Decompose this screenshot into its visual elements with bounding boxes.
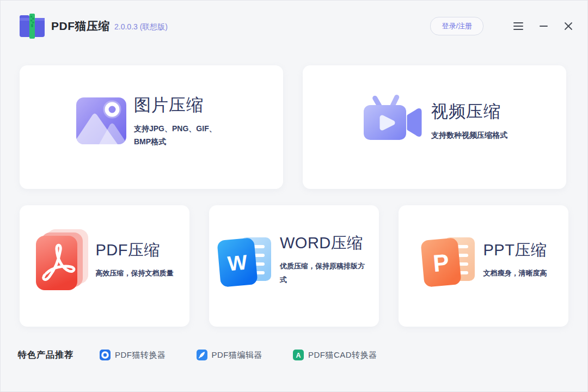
card-image-compress[interactable]: 图片压缩 支持JPG、PNG、GIF、BMP格式 (20, 65, 283, 189)
card-subtitle: 文档瘦身，清晰度高 (483, 266, 547, 280)
link-pdf-cad-converter[interactable]: A PDF猫CAD转换器 (293, 350, 377, 360)
app-title: PDF猫压缩 (51, 19, 110, 34)
cad-converter-icon: A (293, 350, 304, 360)
header: PDF猫压缩 2.0.0.3 (联想版) 登录/注册 (0, 0, 588, 52)
card-title: 视频压缩 (431, 100, 507, 123)
card-pdf-compress[interactable]: PDF压缩 高效压缩，保持文档质量 (20, 205, 189, 327)
link-pdf-editor[interactable]: PDF猫编辑器 (197, 350, 263, 360)
link-pdf-converter[interactable]: PDF猫转换器 (100, 350, 166, 360)
bottom-card-row: PDF压缩 高效压缩，保持文档质量 (20, 205, 568, 327)
card-subtitle: 优质压缩，保持原稿排版方式 (280, 259, 371, 286)
app-brand: PDF猫压缩 2.0.0.3 (联想版) (19, 14, 168, 39)
card-subtitle: 支持JPG、PNG、GIF、BMP格式 (134, 122, 226, 148)
word-compress-icon: W (217, 231, 273, 289)
footer-featured-products: 特色产品推荐 PDF猫转换器 PDF猫编辑器 (18, 346, 568, 364)
image-compress-icon (76, 97, 126, 144)
video-compress-icon (362, 93, 424, 149)
featured-products-label: 特色产品推荐 (18, 350, 74, 361)
card-title: 图片压缩 (134, 94, 226, 117)
word-letter: W (226, 250, 248, 275)
card-video-compress[interactable]: 视频压缩 支持数种视频压缩格式 (303, 65, 566, 189)
link-label: PDF猫CAD转换器 (308, 350, 377, 360)
close-icon[interactable] (563, 21, 574, 32)
pdf-converter-icon (100, 350, 111, 360)
top-card-row: 图片压缩 支持JPG、PNG、GIF、BMP格式 (20, 65, 566, 189)
ppt-letter: P (432, 248, 450, 276)
card-word-compress[interactable]: W WORD压缩 优质压缩，保持原稿排版方式 (209, 205, 379, 327)
header-right: 登录/注册 (430, 17, 574, 35)
card-text: WORD压缩 优质压缩，保持原稿排版方式 (280, 232, 371, 286)
link-label: PDF猫编辑器 (212, 350, 263, 360)
app-logo-zipped-folder-icon (19, 14, 46, 39)
login-register-button[interactable]: 登录/注册 (430, 17, 483, 35)
card-text: 图片压缩 支持JPG、PNG、GIF、BMP格式 (134, 94, 226, 148)
card-title: PDF压缩 (96, 240, 174, 261)
pdf-compress-icon (36, 229, 89, 290)
app-version: 2.0.0.3 (联想版) (114, 22, 168, 32)
footer-links: PDF猫转换器 PDF猫编辑器 A PDF猫CAD转换器 (100, 350, 377, 360)
minimize-icon[interactable] (538, 21, 549, 32)
cad-letter: A (296, 352, 301, 359)
card-title: WORD压缩 (280, 232, 371, 254)
card-subtitle: 高效压缩，保持文档质量 (96, 266, 174, 280)
link-label: PDF猫转换器 (115, 350, 166, 360)
card-ppt-compress[interactable]: P PPT压缩 文档瘦身，清晰度高 (399, 205, 568, 327)
card-title: PPT压缩 (483, 240, 547, 261)
card-subtitle: 支持数种视频压缩格式 (431, 128, 507, 142)
card-text: PPT压缩 文档瘦身，清晰度高 (483, 240, 547, 280)
pdf-editor-quill-icon (197, 350, 207, 360)
ppt-compress-icon: P (420, 231, 477, 289)
window-controls (499, 21, 574, 32)
card-text: 视频压缩 支持数种视频压缩格式 (431, 100, 507, 142)
menu-icon[interactable] (513, 21, 524, 32)
card-text: PDF压缩 高效压缩，保持文档质量 (96, 240, 174, 280)
